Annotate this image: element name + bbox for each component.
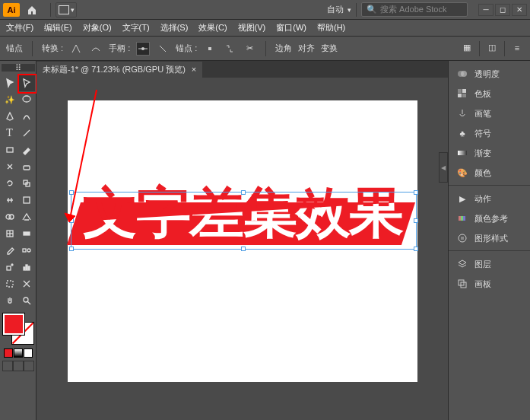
svg-rect-24 xyxy=(26,265,27,270)
menu-type[interactable]: 文字(T) xyxy=(122,22,150,33)
panel-transparency[interactable]: 透明度 xyxy=(449,64,530,84)
artboard-tool[interactable] xyxy=(2,275,18,292)
cut-anchor-icon[interactable]: ✂ xyxy=(243,42,256,56)
handle-s[interactable] xyxy=(241,247,246,251)
rotate-tool[interactable] xyxy=(2,175,18,192)
type-tool[interactable]: T xyxy=(2,125,18,142)
document-tab-label: 未标题-1* @ 71.23% (RGB/GPU 预览) xyxy=(43,64,186,75)
menu-object[interactable]: 对象(O) xyxy=(83,22,112,33)
handle-n[interactable] xyxy=(241,190,246,195)
close-tab-icon[interactable]: × xyxy=(192,65,196,74)
color-mode-icon[interactable] xyxy=(4,348,13,358)
presentation-icon[interactable] xyxy=(24,361,34,371)
convert-corner-icon[interactable] xyxy=(69,42,83,56)
slice-tool[interactable] xyxy=(18,275,35,292)
panel-brushes[interactable]: 画笔 xyxy=(449,103,530,123)
curvature-tool[interactable] xyxy=(18,108,35,125)
pen-tool[interactable] xyxy=(2,108,18,125)
menu-effect[interactable]: 效果(C) xyxy=(198,22,227,33)
menu-window[interactable]: 窗口(W) xyxy=(276,22,306,33)
panel-color[interactable]: 🎨颜色 xyxy=(449,163,530,186)
maximize-button[interactable]: ◻ xyxy=(495,4,510,16)
arrange-documents-icon[interactable]: ▾ xyxy=(56,2,77,18)
remove-anchor-icon[interactable] xyxy=(203,42,217,56)
menu-file[interactable]: 文件(F) xyxy=(6,22,33,33)
tab-strip: 未标题-1* @ 71.23% (RGB/GPU 预览) × xyxy=(36,61,448,78)
close-button[interactable]: ✕ xyxy=(512,4,527,16)
panel-layers[interactable]: 图层 xyxy=(449,254,530,274)
lasso-tool[interactable] xyxy=(18,91,35,108)
canvas[interactable]: 文字差集效果 文字差集效果 xyxy=(36,78,448,420)
symbol-sprayer-tool[interactable] xyxy=(2,259,18,275)
width-tool[interactable] xyxy=(2,192,18,208)
hand-tool[interactable] xyxy=(2,292,18,309)
search-input[interactable]: 🔍 搜索 Adobe Stock xyxy=(361,2,468,17)
eraser-tool[interactable] xyxy=(18,158,35,175)
corner-label[interactable]: 边角 xyxy=(275,43,292,54)
menu-edit[interactable]: 编辑(E) xyxy=(44,22,72,33)
shape-builder-tool[interactable] xyxy=(2,208,18,225)
gradient-tool[interactable] xyxy=(18,225,35,242)
gradient-mode-icon[interactable] xyxy=(14,348,23,358)
handle-ne[interactable] xyxy=(414,190,418,195)
line-tool[interactable] xyxy=(18,125,35,142)
full-screen-icon[interactable] xyxy=(13,361,24,371)
workspace-switcher[interactable]: 自动 ▾ xyxy=(327,4,351,15)
column-graph-tool[interactable] xyxy=(18,259,35,275)
shaper-tool[interactable] xyxy=(2,158,18,175)
minimize-button[interactable]: ─ xyxy=(478,4,494,16)
none-mode-icon[interactable] xyxy=(24,348,33,358)
normal-screen-icon[interactable] xyxy=(2,361,13,371)
fill-swatch[interactable] xyxy=(3,313,24,335)
svg-rect-5 xyxy=(208,47,211,50)
handle-hide-icon[interactable] xyxy=(156,42,170,56)
blend-tool[interactable] xyxy=(18,242,35,259)
svg-line-7 xyxy=(24,130,30,136)
svg-point-22 xyxy=(11,264,13,266)
panel-menu-icon[interactable]: ≡ xyxy=(510,41,524,55)
fill-stroke-swatches[interactable] xyxy=(2,313,35,347)
magic-wand-tool[interactable]: ✨ xyxy=(2,91,18,108)
menu-view[interactable]: 视图(V) xyxy=(238,22,266,33)
menu-select[interactable]: 选择(S) xyxy=(160,22,189,33)
svg-rect-36 xyxy=(462,94,466,97)
panel-colorguide[interactable]: 颜色参考 xyxy=(449,208,530,228)
selection-tool[interactable] xyxy=(2,75,18,91)
zoom-tool[interactable] xyxy=(18,292,35,309)
panel-gradient[interactable]: 渐变 xyxy=(449,143,530,163)
handle-e[interactable] xyxy=(414,218,418,223)
shape-mode-icon[interactable]: ◫ xyxy=(485,41,499,55)
actions-icon: ▶ xyxy=(456,192,468,205)
chevron-down-icon: ▾ xyxy=(71,6,75,14)
handle-show-icon[interactable] xyxy=(136,42,150,56)
rectangle-tool[interactable] xyxy=(2,142,18,158)
panel-swatches[interactable]: 色板 xyxy=(449,84,530,103)
direct-selection-tool[interactable] xyxy=(18,75,35,91)
artboards-icon xyxy=(456,278,468,290)
document-tab[interactable]: 未标题-1* @ 71.23% (RGB/GPU 预览) × xyxy=(36,62,202,78)
panel-artboards[interactable]: 画板 xyxy=(449,274,530,294)
mesh-tool[interactable] xyxy=(2,225,18,242)
handle-se[interactable] xyxy=(414,247,418,251)
convert-smooth-icon[interactable] xyxy=(89,42,103,56)
home-icon[interactable] xyxy=(24,2,40,18)
artboard[interactable]: 文字差集效果 文字差集效果 xyxy=(68,100,417,382)
free-transform-tool[interactable] xyxy=(18,192,35,208)
align-panel-icon[interactable]: ▦ xyxy=(460,41,474,55)
handle-sw[interactable] xyxy=(69,247,74,251)
panel-collapse-button[interactable]: ◀ xyxy=(439,152,448,183)
eyedropper-tool[interactable] xyxy=(2,242,18,259)
screen-modes xyxy=(2,361,34,371)
paintbrush-tool[interactable] xyxy=(18,142,35,158)
document-area: 未标题-1* @ 71.23% (RGB/GPU 预览) × 文字差集效果 文字… xyxy=(36,61,448,420)
menu-help[interactable]: 帮助(H) xyxy=(317,22,345,33)
panel-actions[interactable]: ▶动作 xyxy=(449,189,530,208)
toolbox-grip-icon[interactable]: ⠿ xyxy=(2,64,35,72)
panel-symbols[interactable]: ♣符号 xyxy=(449,123,530,143)
transform-label[interactable]: 变换 xyxy=(321,43,338,54)
connect-anchor-icon[interactable] xyxy=(223,42,236,56)
panel-graphicstyles[interactable]: 图形样式 xyxy=(449,228,530,251)
align-label[interactable]: 对齐 xyxy=(298,43,315,54)
scale-tool[interactable] xyxy=(18,175,35,192)
perspective-grid-tool[interactable] xyxy=(18,208,35,225)
